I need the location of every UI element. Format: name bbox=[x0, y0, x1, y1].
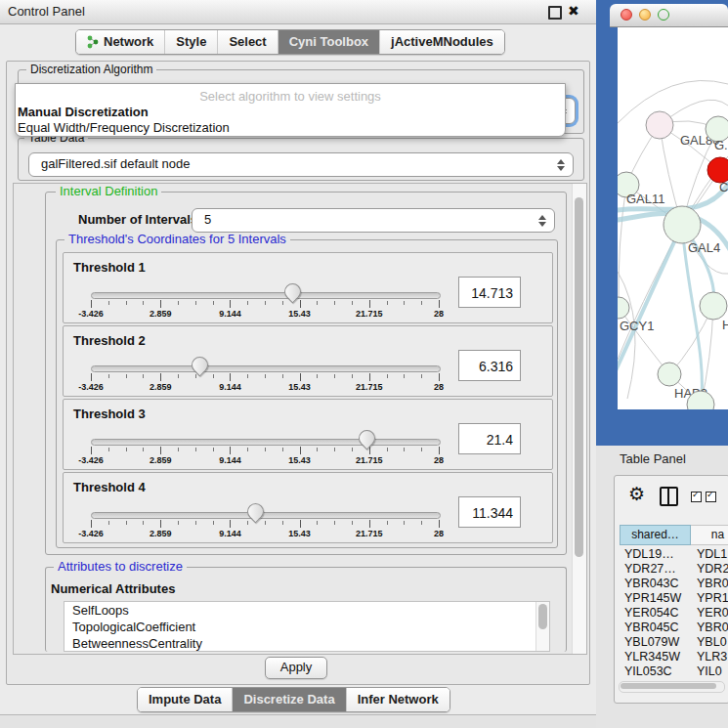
tick-mark bbox=[282, 448, 283, 451]
tick-mark bbox=[213, 521, 214, 525]
num-intervals-combobox[interactable]: 5 bbox=[192, 208, 555, 233]
tick-mark bbox=[369, 373, 370, 381]
combo-arrows-icon bbox=[538, 215, 546, 227]
network-node[interactable] bbox=[658, 363, 681, 386]
slider-track[interactable] bbox=[91, 292, 441, 299]
cell-name: YLR3 bbox=[697, 650, 727, 664]
tab-select[interactable]: Select bbox=[217, 30, 277, 54]
column-header-shared-name[interactable]: shared… bbox=[620, 525, 691, 545]
dropdown-option[interactable]: Equal Width/Frequency Discretization bbox=[18, 120, 230, 135]
table-row[interactable]: YER054CYER0 bbox=[620, 606, 727, 621]
tick-mark bbox=[334, 374, 335, 378]
panel-title: Control Panel bbox=[8, 4, 85, 19]
scrollbar-thumb[interactable] bbox=[538, 604, 547, 629]
tick-label: 15.43 bbox=[288, 529, 311, 538]
checkbox-icon[interactable] bbox=[706, 492, 716, 502]
tab-jactivemnodules[interactable]: jActiveMNodules bbox=[379, 30, 504, 54]
horizontal-scrollbar[interactable] bbox=[619, 681, 725, 693]
table-row[interactable]: YBL079WYBL0 bbox=[620, 635, 727, 650]
tick-mark bbox=[387, 448, 388, 451]
tick-mark bbox=[421, 521, 422, 525]
column-layout-icon[interactable] bbox=[660, 487, 678, 506]
table-row[interactable]: YIL053CYIL0 bbox=[620, 664, 727, 679]
apply-button[interactable]: Apply bbox=[265, 657, 327, 679]
attribute-list-item[interactable]: BetweennessCentrality bbox=[64, 635, 549, 652]
tick-mark bbox=[369, 300, 370, 308]
tick-label: 2.859 bbox=[150, 309, 172, 319]
gear-icon[interactable]: ⚙ bbox=[628, 483, 645, 504]
table-data-combobox[interactable]: galFiltered.sif default node bbox=[28, 152, 574, 177]
table-row[interactable]: YBR043CYBR0 bbox=[620, 577, 727, 591]
network-edge[interactable] bbox=[618, 80, 728, 123]
tick-mark bbox=[352, 301, 353, 305]
tab-label: Network bbox=[104, 30, 153, 54]
checkbox-icon[interactable] bbox=[691, 492, 702, 502]
threshold-value-field[interactable]: 21.4 bbox=[458, 423, 521, 454]
tick-mark bbox=[317, 301, 318, 305]
tab-label: Impute Data bbox=[149, 688, 221, 711]
zoom-traffic-light-icon[interactable] bbox=[658, 9, 669, 21]
tick-label: 2.859 bbox=[150, 455, 172, 465]
dropdown-option[interactable]: Manual Discretization bbox=[18, 105, 149, 119]
table-row[interactable]: YBR045CYBR0 bbox=[620, 621, 727, 635]
tab-label: Select bbox=[229, 30, 266, 54]
tick-mark bbox=[108, 521, 109, 525]
tick-label: 15.43 bbox=[288, 309, 311, 319]
attribute-list-item[interactable]: SelfLoops bbox=[64, 602, 549, 619]
threshold-value-field[interactable]: 11.344 bbox=[458, 496, 521, 528]
threshold-label: Threshold 1 bbox=[73, 260, 146, 275]
tab-style[interactable]: Style bbox=[164, 30, 217, 54]
tick-mark bbox=[195, 374, 196, 378]
tick-mark bbox=[160, 300, 161, 308]
column-header-name[interactable]: na bbox=[691, 525, 728, 545]
close-icon[interactable]: ✖ bbox=[568, 3, 579, 19]
tick-mark bbox=[126, 374, 127, 378]
threshold-value-field[interactable]: 14.713 bbox=[458, 277, 521, 308]
network-canvas[interactable]: GAL80G.CGAL11GAL4GCY1HHAP2 bbox=[618, 27, 728, 409]
tick-mark bbox=[387, 374, 388, 378]
network-node[interactable] bbox=[700, 292, 727, 320]
node-label: G. bbox=[714, 138, 728, 152]
tab-label: jActiveMNodules bbox=[391, 30, 493, 54]
table-row[interactable]: YLR345WYLR3 bbox=[620, 650, 727, 664]
vertical-scrollbar[interactable] bbox=[572, 184, 586, 654]
scrollbar-thumb[interactable] bbox=[621, 683, 716, 689]
tick-mark bbox=[404, 301, 405, 305]
tab-discretize-data[interactable]: Discretize Data bbox=[232, 688, 345, 711]
cell-name: YER0 bbox=[697, 606, 728, 620]
network-node[interactable] bbox=[664, 206, 701, 243]
tick-label: -3.426 bbox=[78, 309, 104, 319]
cell-name: YDR2 bbox=[697, 562, 728, 576]
float-window-icon[interactable] bbox=[548, 6, 562, 20]
table-panel-title: Table Panel bbox=[620, 451, 686, 466]
group-title: Interval Definition bbox=[56, 185, 161, 198]
network-node[interactable] bbox=[646, 111, 673, 139]
network-node[interactable] bbox=[618, 297, 629, 319]
tick-label: 2.859 bbox=[150, 529, 172, 538]
table-row[interactable]: YDR27…YDR2 bbox=[620, 562, 727, 577]
tab-network[interactable]: Network bbox=[76, 30, 164, 54]
minimize-traffic-light-icon[interactable] bbox=[639, 9, 651, 21]
numerical-attributes-list[interactable]: SelfLoopsTopologicalCoefficientBetweenne… bbox=[64, 601, 550, 652]
threshold-value-field[interactable]: 6.316 bbox=[458, 350, 521, 381]
node-label: GAL11 bbox=[626, 192, 665, 206]
close-traffic-light-icon[interactable] bbox=[621, 9, 632, 21]
tab-impute-data[interactable]: Impute Data bbox=[138, 688, 232, 711]
table-row[interactable]: YDL19…YDL1 bbox=[620, 547, 727, 562]
tab-infer-network[interactable]: Infer Network bbox=[346, 688, 450, 711]
scrollbar-thumb[interactable] bbox=[575, 197, 583, 557]
tick-mark bbox=[143, 521, 144, 525]
slider-track[interactable] bbox=[91, 365, 441, 372]
tick-label: 9.144 bbox=[219, 382, 241, 392]
tab-cyni-toolbox[interactable]: Cyni Toolbox bbox=[278, 30, 379, 54]
slider-track[interactable] bbox=[91, 439, 441, 446]
network-edge[interactable] bbox=[619, 185, 626, 308]
tick-mark bbox=[230, 447, 231, 454]
tick-mark bbox=[213, 374, 214, 378]
attribute-list-item[interactable]: TopologicalCoefficient bbox=[64, 619, 549, 635]
table-row[interactable]: YPR145WYPR1 bbox=[620, 591, 727, 606]
cell-shared-name: YBL079W bbox=[624, 635, 679, 649]
slider-track[interactable] bbox=[91, 512, 441, 519]
list-scrollbar[interactable] bbox=[535, 602, 549, 651]
combo-arrows-icon bbox=[557, 159, 565, 171]
